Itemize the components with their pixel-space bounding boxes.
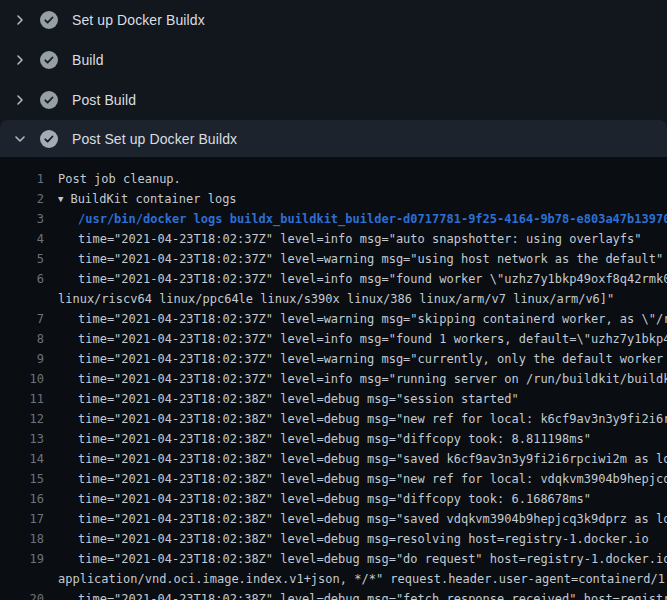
log-line-text: time="2021-04-23T18:02:37Z" level=info m…: [78, 369, 667, 389]
log-row: 6time="2021-04-23T18:02:37Z" level=info …: [0, 269, 667, 289]
log-line-number[interactable]: 5: [0, 249, 44, 269]
group-label[interactable]: BuildKit container logs: [70, 192, 236, 206]
log-line-text: application/vnd.oci.image.index.v1+json,…: [58, 569, 667, 589]
log-row: 12time="2021-04-23T18:02:38Z" level=debu…: [0, 409, 667, 429]
log-line-text: time="2021-04-23T18:02:38Z" level=debug …: [78, 409, 667, 429]
log-line-number[interactable]: 7: [0, 309, 44, 329]
log-line-number[interactable]: 3: [0, 209, 44, 229]
step-row-build[interactable]: Build: [0, 40, 667, 80]
log-line-text: Post job cleanup.: [58, 169, 667, 189]
log-row: 15time="2021-04-23T18:02:38Z" level=debu…: [0, 469, 667, 489]
chevron-down-icon: [12, 131, 28, 147]
log-line-text: time="2021-04-23T18:02:38Z" level=debug …: [78, 389, 667, 409]
chevron-right-icon: [12, 52, 28, 68]
log-panel: 1Post job cleanup.2▼BuildKit container l…: [0, 157, 667, 600]
log-line-number[interactable]: 6: [0, 269, 44, 289]
log-row: 10time="2021-04-23T18:02:37Z" level=info…: [0, 369, 667, 389]
steps-panel: Set up Docker Buildx Build Post Build Po…: [0, 0, 667, 157]
log-line-text: time="2021-04-23T18:02:38Z" level=debug …: [78, 589, 667, 600]
log-row: linux/riscv64 linux/ppc64le linux/s390x …: [0, 289, 667, 309]
step-title: Set up Docker Buildx: [72, 12, 205, 28]
log-row: 14time="2021-04-23T18:02:38Z" level=debu…: [0, 449, 667, 469]
log-line-text: time="2021-04-23T18:02:38Z" level=debug …: [78, 509, 667, 529]
log-row: 4time="2021-04-23T18:02:37Z" level=info …: [0, 229, 667, 249]
check-circle-icon: [40, 51, 58, 69]
step-title: Build: [72, 52, 104, 68]
step-title: Post Set up Docker Buildx: [72, 131, 237, 147]
log-line-number[interactable]: 4: [0, 229, 44, 249]
log-line-text: time="2021-04-23T18:02:38Z" level=debug …: [78, 489, 667, 509]
log-line-number[interactable]: 1: [0, 169, 44, 189]
log-line-number[interactable]: 14: [0, 449, 44, 469]
log-line-number[interactable]: 16: [0, 489, 44, 509]
check-circle-icon: [40, 11, 58, 29]
log-line-text: time="2021-04-23T18:02:38Z" level=debug …: [78, 469, 667, 489]
log-line-number[interactable]: 8: [0, 329, 44, 349]
log-row: 1Post job cleanup.: [0, 169, 667, 189]
log-line-text: time="2021-04-23T18:02:37Z" level=warnin…: [78, 349, 667, 369]
log-row: application/vnd.oci.image.index.v1+json,…: [0, 569, 667, 589]
log-line-text: linux/riscv64 linux/ppc64le linux/s390x …: [58, 289, 667, 309]
log-line-number: [0, 289, 44, 309]
check-circle-icon: [40, 130, 58, 148]
log-line-number[interactable]: 11: [0, 389, 44, 409]
log-line-number[interactable]: 17: [0, 509, 44, 529]
log-command-row: 3/usr/bin/docker logs buildx_buildkit_bu…: [0, 209, 667, 229]
step-row-set-up-docker-buildx[interactable]: Set up Docker Buildx: [0, 0, 667, 40]
log-line-number[interactable]: 19: [0, 549, 44, 569]
log-row: 19time="2021-04-23T18:02:38Z" level=debu…: [0, 549, 667, 569]
log-line-text: time="2021-04-23T18:02:37Z" level=warnin…: [78, 309, 667, 329]
chevron-right-icon: [12, 92, 28, 108]
log-line-number[interactable]: 12: [0, 409, 44, 429]
log-row: 5time="2021-04-23T18:02:37Z" level=warni…: [0, 249, 667, 269]
log-line-text: time="2021-04-23T18:02:37Z" level=warnin…: [78, 249, 667, 269]
log-row: 13time="2021-04-23T18:02:38Z" level=debu…: [0, 429, 667, 449]
log-row: 7time="2021-04-23T18:02:37Z" level=warni…: [0, 309, 667, 329]
log-row: 16time="2021-04-23T18:02:38Z" level=debu…: [0, 489, 667, 509]
log-line-text: time="2021-04-23T18:02:38Z" level=debug …: [78, 529, 667, 549]
step-row-post-build[interactable]: Post Build: [0, 80, 667, 120]
log-row: 9time="2021-04-23T18:02:37Z" level=warni…: [0, 349, 667, 369]
log-line-number[interactable]: 9: [0, 349, 44, 369]
log-line-text: time="2021-04-23T18:02:38Z" level=debug …: [78, 549, 667, 569]
step-title: Post Build: [72, 92, 136, 108]
log-line-text: time="2021-04-23T18:02:37Z" level=info m…: [78, 229, 667, 249]
log-command-text: /usr/bin/docker logs buildx_buildkit_bui…: [78, 209, 667, 229]
log-row: 17time="2021-04-23T18:02:38Z" level=debu…: [0, 509, 667, 529]
log-row: 20time="2021-04-23T18:02:38Z" level=debu…: [0, 589, 667, 600]
log-line-text: time="2021-04-23T18:02:37Z" level=info m…: [78, 269, 667, 289]
group-expand-caret-icon[interactable]: ▼: [58, 189, 63, 209]
chevron-right-icon: [12, 12, 28, 28]
log-line-number[interactable]: 13: [0, 429, 44, 449]
log-group-row: 2▼BuildKit container logs: [0, 189, 667, 209]
log-line-number[interactable]: 18: [0, 529, 44, 549]
check-circle-icon: [40, 91, 58, 109]
log-line-number[interactable]: 2: [0, 189, 44, 209]
log-row: 11time="2021-04-23T18:02:38Z" level=debu…: [0, 389, 667, 409]
log-line-text: time="2021-04-23T18:02:38Z" level=debug …: [78, 449, 667, 469]
log-line-text: ▼BuildKit container logs: [58, 189, 667, 209]
log-line-number[interactable]: 10: [0, 369, 44, 389]
log-line-number: [0, 569, 44, 589]
log-line-number[interactable]: 15: [0, 469, 44, 489]
step-row-post-set-up-docker-buildx[interactable]: Post Set up Docker Buildx: [0, 120, 667, 157]
log-row: 8time="2021-04-23T18:02:37Z" level=info …: [0, 329, 667, 349]
log-line-number[interactable]: 20: [0, 589, 44, 600]
log-line-text: time="2021-04-23T18:02:38Z" level=debug …: [78, 429, 667, 449]
log-line-text: time="2021-04-23T18:02:37Z" level=info m…: [78, 329, 667, 349]
log-row: 18time="2021-04-23T18:02:38Z" level=debu…: [0, 529, 667, 549]
